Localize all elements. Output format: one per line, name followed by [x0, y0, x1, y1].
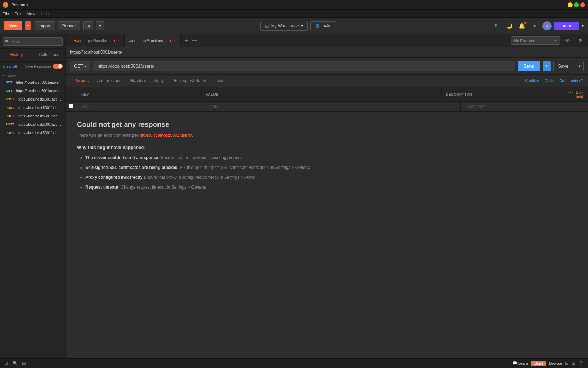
upgrade-chevron[interactable]: ▾ [582, 23, 584, 28]
save-responses-toggle[interactable] [53, 64, 63, 69]
tab-collections[interactable]: Collections [33, 49, 66, 61]
request-tab-post[interactable]: POST https://localhost:5001/add_use ✕ [69, 34, 125, 47]
menu-help[interactable]: Help [41, 12, 49, 16]
statusbar-icon-4[interactable]: ⊞ [565, 361, 569, 366]
reason-bold: Proxy configured incorrectly [85, 175, 142, 180]
tab-close-icon-active[interactable]: ✕ [173, 39, 176, 42]
statusbar-icon-3[interactable]: ⊟ [22, 361, 26, 366]
person-icon: 👤 [315, 23, 320, 28]
more-icon[interactable]: ••• [568, 90, 573, 98]
tab-body[interactable]: Body [150, 75, 168, 87]
menu-edit[interactable]: Edit [15, 12, 21, 16]
list-item[interactable]: GET https://localhost:5001/users [1, 87, 64, 95]
tab-tests[interactable]: Tests [210, 75, 229, 87]
list-item: Proxy configured incorrectly Ensure that… [85, 173, 577, 182]
avatar[interactable]: U [542, 21, 552, 30]
import-button[interactable]: Import [34, 21, 55, 30]
save-responses-area: Save Responses [25, 64, 63, 69]
error-title: Could not get any response [77, 121, 577, 129]
bulk-edit-button[interactable]: Bulk Edit [574, 90, 585, 98]
tab-history[interactable]: History [0, 49, 33, 61]
add-tab-button[interactable]: ＋ [181, 37, 192, 44]
statusbar-icon-5[interactable]: ⊠ [572, 361, 575, 366]
error-subtitle: There was an error connecting to https:/… [77, 133, 577, 138]
minimize-button[interactable] [568, 2, 573, 7]
value-input[interactable] [205, 102, 460, 111]
build-button[interactable]: Build [531, 361, 546, 366]
save-responses-label: Save Responses [25, 64, 51, 68]
list-item[interactable]: POST https://localhost:5001/add_user [1, 95, 64, 103]
header-check [66, 91, 77, 97]
clear-all-button[interactable]: Clear all [3, 64, 17, 68]
moon-button[interactable]: 🌙 [505, 21, 514, 31]
sidebar-tabs: History Collections [0, 49, 65, 62]
description-input[interactable] [461, 102, 588, 111]
method-value: GET [74, 63, 83, 69]
list-item[interactable]: POST https://localhost:5001/add_user [1, 112, 64, 120]
menu-file[interactable]: File [3, 12, 9, 16]
reason-bold: The server couldn't send a response: [85, 155, 160, 160]
url-input[interactable] [93, 61, 515, 71]
new-button[interactable]: New [4, 21, 22, 30]
list-item[interactable]: POST https://localhost:5001/add_user [1, 121, 64, 128]
history-url: https://localhost:5001/add_user [18, 114, 61, 118]
menu-view[interactable]: View [27, 12, 35, 16]
sidebar-toggle-button[interactable]: ⊞ [83, 21, 93, 30]
history-url: https://localhost:5001/add_user [18, 123, 61, 127]
tab-url-post: https://localhost:5001/add_use [84, 39, 112, 43]
maximize-button[interactable] [574, 2, 579, 7]
tab-close-icon[interactable]: ✕ [117, 39, 120, 42]
sync-button[interactable]: ↻ [492, 21, 502, 31]
invite-button[interactable]: 👤 Invite [310, 21, 336, 30]
tab-headers[interactable]: Headers [126, 75, 150, 87]
settings-button[interactable]: ⚙ [575, 36, 585, 46]
heart-button[interactable]: ♥ [530, 21, 540, 31]
list-item: The server couldn't send a response: Ens… [85, 154, 577, 162]
tab-method-get: GET [129, 39, 135, 42]
tab-dot-active [170, 40, 171, 42]
env-selector[interactable]: No Environment ▾ [511, 36, 560, 45]
url-display: https://localhost:5001/users/ [70, 50, 122, 55]
key-input[interactable] [77, 102, 205, 111]
more-tabs-button[interactable]: ••• [192, 38, 197, 43]
reason-italic: Settings > General [171, 185, 206, 190]
statusbar-icon-6[interactable]: ❓ [578, 361, 584, 366]
list-item[interactable]: POST https://localhost:5001/add_user [1, 104, 64, 111]
save-button[interactable]: Save [553, 61, 573, 71]
statusbar-icon-1[interactable]: ⊡ [4, 361, 8, 366]
tab-authorization[interactable]: Authorization [93, 75, 126, 87]
method-select[interactable]: GET ▾ [70, 61, 90, 71]
tab-pre-request-script[interactable]: Pre-request Script [168, 75, 210, 87]
tab-params[interactable]: Params [70, 75, 93, 87]
learn-button[interactable]: 💬 Learn [512, 361, 528, 366]
runner-button[interactable]: Runner [58, 21, 80, 30]
save-chevron-button[interactable]: ▾ [576, 61, 584, 71]
sidebar-search-area [0, 34, 65, 49]
upgrade-button[interactable]: Upgrade [554, 22, 579, 30]
row-checkbox[interactable] [69, 104, 73, 108]
list-item[interactable]: POST https://localhost:5001/add_user [1, 129, 64, 137]
close-button[interactable] [580, 2, 585, 7]
cookies-link[interactable]: Cookies [525, 79, 539, 83]
section-today-label: Today [6, 73, 16, 77]
comments-link[interactable]: Comments (0) [559, 79, 584, 83]
error-url-link[interactable]: https://localhost:5001/users/. [140, 133, 193, 138]
eye-button[interactable]: 👁 [563, 36, 573, 46]
browse-button[interactable]: Browse [549, 361, 562, 366]
layout-chevron-button[interactable]: ▾ [96, 21, 104, 30]
list-item[interactable]: GET https://localhost:5001/users/ [1, 79, 64, 86]
new-chevron[interactable]: ▾ [25, 21, 31, 30]
workspace-button[interactable]: ⊞ My Workspace ▾ [260, 21, 308, 31]
sidebar-actions: Clear all Save Responses [0, 62, 65, 71]
sidebar-section-today[interactable]: ▾ Today [0, 71, 65, 78]
statusbar-icon-2[interactable]: 🔍 [12, 361, 18, 366]
method-chevron-icon: ▾ [85, 64, 86, 68]
right-panel: POST https://localhost:5001/add_use ✕ GE… [66, 34, 588, 358]
code-link[interactable]: Code [545, 79, 554, 83]
send-button[interactable]: Send [518, 61, 540, 71]
method-badge: POST [4, 122, 16, 127]
send-chevron-button[interactable]: ▾ [543, 61, 551, 71]
search-input[interactable] [3, 37, 63, 46]
request-tab-get[interactable]: GET https://localhost:5001/users/ ✕ [125, 34, 181, 47]
reason-text: Ensure that the backend is working prope… [161, 155, 243, 160]
